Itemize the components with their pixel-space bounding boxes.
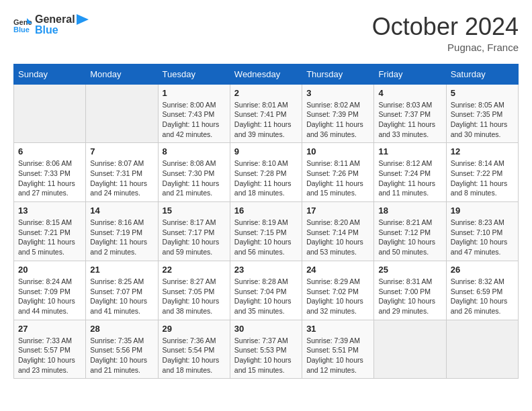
day-number: 7 (90, 146, 153, 156)
calendar-cell (14, 84, 86, 143)
sunrise-label: Sunrise: 8:00 AM (163, 101, 216, 109)
daylight-label: Daylight: 11 hours and 2 minutes. (90, 238, 147, 256)
sunset-label: Sunset: 7:04 PM (234, 287, 287, 295)
day-info: Sunrise: 8:03 AM Sunset: 7:37 PM Dayligh… (378, 100, 441, 140)
day-info: Sunrise: 8:19 AM Sunset: 7:15 PM Dayligh… (234, 218, 298, 257)
calendar-cell: 9 Sunrise: 8:10 AM Sunset: 7:28 PM Dayli… (230, 143, 302, 202)
day-info: Sunrise: 8:10 AM Sunset: 7:28 PM Dayligh… (234, 158, 298, 198)
calendar-cell: 29 Sunrise: 7:36 AM Sunset: 5:54 PM Dayl… (158, 320, 230, 379)
day-number: 28 (90, 324, 153, 334)
daylight-label: Daylight: 11 hours and 30 minutes. (451, 120, 508, 138)
day-number: 3 (306, 88, 369, 98)
weekday-header-saturday: Saturday (446, 64, 518, 84)
calendar-cell: 20 Sunrise: 8:24 AM Sunset: 7:09 PM Dayl… (14, 261, 86, 320)
sunset-label: Sunset: 7:28 PM (234, 169, 287, 177)
sunrise-label: Sunrise: 8:16 AM (90, 218, 144, 226)
calendar-week-1: 1 Sunrise: 8:00 AM Sunset: 7:43 PM Dayli… (14, 84, 519, 143)
day-number: 5 (451, 88, 514, 98)
daylight-label: Daylight: 10 hours and 47 minutes. (451, 238, 508, 256)
sunrise-label: Sunrise: 8:15 AM (18, 218, 72, 226)
daylight-label: Daylight: 11 hours and 11 minutes. (378, 179, 435, 197)
calendar-cell: 17 Sunrise: 8:20 AM Sunset: 7:14 PM Dayl… (302, 202, 374, 261)
calendar-cell: 26 Sunrise: 8:32 AM Sunset: 6:59 PM Dayl… (446, 261, 518, 320)
day-number: 9 (234, 146, 298, 156)
day-number: 29 (163, 324, 226, 334)
daylight-label: Daylight: 11 hours and 33 minutes. (378, 120, 435, 138)
sunrise-label: Sunrise: 8:03 AM (378, 101, 432, 109)
sunset-label: Sunset: 7:05 PM (163, 287, 215, 295)
calendar-week-5: 27 Sunrise: 7:33 AM Sunset: 5:57 PM Dayl… (14, 320, 519, 379)
daylight-label: Daylight: 11 hours and 24 minutes. (90, 179, 147, 197)
sunrise-label: Sunrise: 8:24 AM (18, 277, 72, 285)
day-info: Sunrise: 8:08 AM Sunset: 7:30 PM Dayligh… (163, 158, 226, 198)
daylight-label: Daylight: 11 hours and 15 minutes. (306, 179, 363, 197)
day-info: Sunrise: 8:11 AM Sunset: 7:26 PM Dayligh… (306, 158, 369, 198)
calendar-table: SundayMondayTuesdayWednesdayThursdayFrid… (13, 64, 519, 379)
daylight-label: Daylight: 11 hours and 27 minutes. (18, 179, 75, 197)
sunset-label: Sunset: 7:33 PM (18, 169, 71, 177)
sunset-label: Sunset: 5:51 PM (306, 346, 359, 354)
sunrise-label: Sunrise: 7:33 AM (18, 336, 72, 345)
sunset-label: Sunset: 7:09 PM (18, 287, 71, 295)
location-text: Pugnac, France (372, 42, 519, 53)
calendar-cell: 1 Sunrise: 8:00 AM Sunset: 7:43 PM Dayli… (158, 84, 230, 143)
day-info: Sunrise: 8:12 AM Sunset: 7:24 PM Dayligh… (378, 158, 441, 198)
day-info: Sunrise: 7:33 AM Sunset: 5:57 PM Dayligh… (18, 336, 81, 375)
daylight-label: Daylight: 11 hours and 39 minutes. (234, 120, 292, 138)
calendar-cell: 30 Sunrise: 7:37 AM Sunset: 5:53 PM Dayl… (230, 320, 302, 379)
calendar-cell: 6 Sunrise: 8:06 AM Sunset: 7:33 PM Dayli… (14, 143, 86, 202)
sunrise-label: Sunrise: 8:19 AM (234, 218, 288, 226)
logo-icon: General Blue (13, 17, 32, 33)
day-info: Sunrise: 8:14 AM Sunset: 7:22 PM Dayligh… (451, 158, 514, 198)
day-number: 11 (378, 146, 441, 156)
calendar-cell: 15 Sunrise: 8:17 AM Sunset: 7:17 PM Dayl… (158, 202, 230, 261)
sunrise-label: Sunrise: 8:14 AM (451, 159, 504, 167)
daylight-label: Daylight: 10 hours and 29 minutes. (378, 297, 435, 315)
weekday-header-friday: Friday (374, 64, 446, 84)
daylight-label: Daylight: 10 hours and 59 minutes. (163, 238, 220, 256)
day-number: 31 (306, 324, 369, 334)
sunset-label: Sunset: 7:22 PM (451, 169, 503, 177)
calendar-cell: 23 Sunrise: 8:28 AM Sunset: 7:04 PM Dayl… (230, 261, 302, 320)
calendar-cell: 5 Sunrise: 8:05 AM Sunset: 7:35 PM Dayli… (446, 84, 518, 143)
calendar-cell: 8 Sunrise: 8:08 AM Sunset: 7:30 PM Dayli… (158, 143, 230, 202)
day-number: 16 (234, 205, 298, 216)
weekday-header-thursday: Thursday (302, 64, 374, 84)
weekday-header-monday: Monday (86, 64, 158, 84)
month-title: October 2024 (372, 13, 519, 40)
sunrise-label: Sunrise: 8:17 AM (163, 218, 216, 226)
sunset-label: Sunset: 7:10 PM (451, 228, 503, 236)
calendar-cell: 10 Sunrise: 8:11 AM Sunset: 7:26 PM Dayl… (302, 143, 374, 202)
day-number: 18 (378, 205, 441, 216)
daylight-label: Daylight: 10 hours and 56 minutes. (234, 238, 292, 256)
sunset-label: Sunset: 5:57 PM (18, 346, 71, 354)
sunrise-label: Sunrise: 8:05 AM (451, 101, 504, 109)
sunrise-label: Sunrise: 8:29 AM (306, 277, 360, 285)
daylight-label: Daylight: 10 hours and 15 minutes. (234, 356, 292, 374)
day-number: 10 (306, 146, 369, 156)
calendar-cell: 27 Sunrise: 7:33 AM Sunset: 5:57 PM Dayl… (14, 320, 86, 379)
day-number: 30 (234, 324, 298, 334)
calendar-week-3: 13 Sunrise: 8:15 AM Sunset: 7:21 PM Dayl… (14, 202, 519, 261)
day-info: Sunrise: 8:05 AM Sunset: 7:35 PM Dayligh… (451, 100, 514, 140)
daylight-label: Daylight: 10 hours and 35 minutes. (234, 297, 292, 315)
sunrise-label: Sunrise: 8:11 AM (306, 159, 360, 167)
sunset-label: Sunset: 7:35 PM (451, 110, 503, 118)
sunset-label: Sunset: 7:07 PM (90, 287, 142, 295)
day-number: 25 (378, 265, 441, 275)
day-number: 15 (163, 205, 226, 216)
daylight-label: Daylight: 10 hours and 21 minutes. (90, 356, 147, 374)
day-info: Sunrise: 8:16 AM Sunset: 7:19 PM Dayligh… (90, 218, 153, 257)
weekday-header-wednesday: Wednesday (230, 64, 302, 84)
page-header: General Blue General Blue October 2024 P… (13, 13, 519, 53)
daylight-label: Daylight: 10 hours and 12 minutes. (306, 356, 363, 374)
sunset-label: Sunset: 7:12 PM (378, 228, 431, 236)
day-number: 2 (234, 88, 298, 98)
logo-blue-text: Blue (35, 24, 89, 36)
weekday-row: SundayMondayTuesdayWednesdayThursdayFrid… (14, 64, 519, 84)
sunrise-label: Sunrise: 8:10 AM (234, 159, 288, 167)
day-number: 6 (18, 146, 81, 156)
day-info: Sunrise: 8:07 AM Sunset: 7:31 PM Dayligh… (90, 158, 153, 198)
day-info: Sunrise: 7:39 AM Sunset: 5:51 PM Dayligh… (306, 336, 369, 375)
day-info: Sunrise: 8:31 AM Sunset: 7:00 PM Dayligh… (378, 277, 441, 316)
